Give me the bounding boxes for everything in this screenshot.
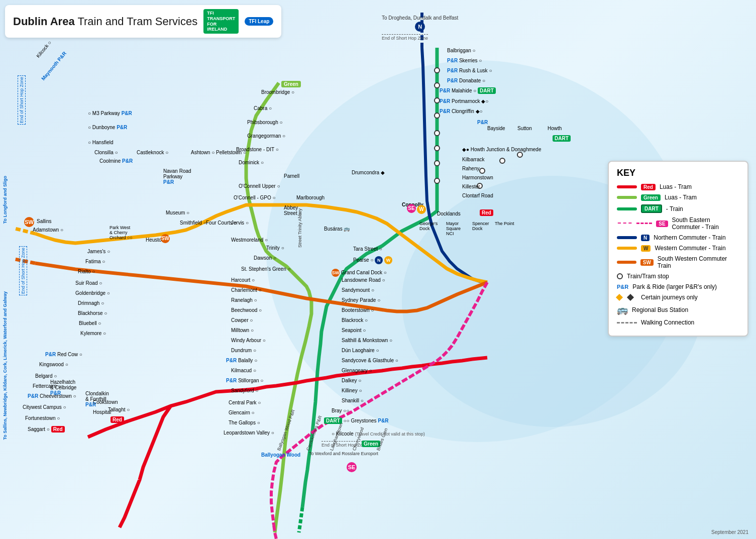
kilbarrack-label: Kilbarrack bbox=[462, 157, 484, 162]
balally-label: P&R Balally ○ bbox=[226, 358, 257, 363]
belgard-label: Belgard ○ bbox=[35, 373, 57, 379]
broombridge-label: Broombridge ○ bbox=[261, 89, 294, 95]
tallaght-label: Tallaght ○ bbox=[108, 407, 130, 412]
red-luas-label: Luas - Tram bbox=[660, 183, 692, 190]
parnell-label: Parnell bbox=[284, 173, 299, 179]
grand-canal-dock-label: SW Grand Canal Dock ○ bbox=[332, 269, 387, 277]
lansdowne-label: Lansdowne Road ○ bbox=[342, 277, 385, 283]
fatima-label: Fatima ○ bbox=[85, 259, 105, 264]
key-row-walking: Walking Connection bbox=[617, 319, 739, 326]
w-line bbox=[617, 247, 637, 250]
key-row-pr: P&R Park & Ride (larger P&R's only) bbox=[617, 283, 739, 290]
se-badge: SE bbox=[656, 221, 668, 227]
end-hop-west-label: End of Short Hop Zone bbox=[18, 75, 26, 125]
svg-point-11 bbox=[480, 168, 485, 173]
cowper-label: Cowper ○ bbox=[231, 317, 253, 323]
w-docklands-badge: W bbox=[417, 205, 426, 214]
goldenbridge-label: Goldenbridge ○ bbox=[75, 290, 110, 296]
saggart-label: Saggart ○ Red bbox=[28, 426, 65, 432]
charlemont-label: Charlemont ○ bbox=[231, 287, 262, 293]
rush-lusk-label: P&R Rush & Lusk ○ bbox=[447, 68, 492, 73]
key-row-stop: Train/Tram stop bbox=[617, 273, 739, 280]
svg-point-12 bbox=[500, 158, 505, 163]
ashtown-label: Ashtown ○ bbox=[191, 150, 214, 155]
fortunestown-label: Fortunestown ○ bbox=[25, 415, 60, 421]
svg-point-8 bbox=[435, 161, 440, 166]
dundrum-label: Dundrum ○ bbox=[231, 348, 256, 353]
suir-road-label: Suir Road ○ bbox=[75, 280, 102, 286]
shankill-label: Shankill ○ bbox=[342, 398, 364, 403]
end-hop-north-text: End of Short Hop Zone bbox=[382, 36, 428, 41]
key-row-diamond: Certain journeys only bbox=[617, 294, 739, 301]
howth-label: Howth bbox=[548, 126, 562, 131]
the-point-label: The Point bbox=[495, 221, 514, 226]
n-line bbox=[617, 236, 637, 239]
red-badge: Red bbox=[641, 184, 656, 190]
se-line bbox=[617, 223, 632, 225]
bayside-label: P&R bbox=[477, 120, 488, 125]
windy-arbour-label: Windy Arbour ○ bbox=[231, 338, 266, 343]
oconnell-gpo-label: O'Connell - GPO ○ bbox=[234, 195, 276, 200]
bayside-text: Bayside bbox=[487, 126, 505, 131]
clongriffin-label: P&R Clongriffin ◆○ bbox=[440, 109, 483, 114]
key-row-bus: 🚌 Regional Bus Station bbox=[617, 304, 739, 315]
citywest-label: Citywest Campus ○ bbox=[23, 404, 66, 410]
m3-parkway-label: ○ M3 Parkway P&R bbox=[88, 111, 132, 116]
sandymount-label: Sandymount ○ bbox=[342, 287, 374, 293]
killiney-label: Killiney ○ bbox=[342, 388, 362, 393]
hansfield-label: ○ Hansfield bbox=[88, 140, 114, 145]
dart-label: - Train bbox=[666, 205, 683, 212]
harcourt-label: Harcourt ○ bbox=[231, 277, 255, 283]
se-dashed-line bbox=[636, 223, 652, 225]
svg-point-2 bbox=[435, 68, 440, 73]
pearse-label: Pearse ○ N W bbox=[353, 256, 392, 264]
trinity-label: Trinity ○ bbox=[266, 245, 284, 251]
mayor-square-label: MayorSquareNCI bbox=[446, 221, 461, 236]
sydney-parade-label: Sydney Parade ○ bbox=[342, 297, 380, 303]
svg-point-7 bbox=[435, 146, 440, 151]
green-luas-label: Luas - Tram bbox=[665, 194, 697, 201]
sw-badge-left: SW bbox=[24, 217, 34, 227]
busaras-label: Busáras 🚌 bbox=[324, 226, 350, 232]
leap-logo: TFI Leap bbox=[245, 17, 273, 26]
stop-circle bbox=[617, 273, 623, 279]
sw-heuston-badge: SW bbox=[161, 234, 170, 243]
howth-junction-label: ◆● Howth Junction & Donaghmede bbox=[462, 147, 541, 152]
pr-desc: Park & Ride (larger P&R's only) bbox=[632, 283, 717, 290]
green-luas-line bbox=[617, 196, 637, 199]
green-badge: Green bbox=[641, 194, 661, 201]
svg-point-4 bbox=[435, 98, 440, 103]
jervis-label: Jervis ○ bbox=[231, 220, 249, 226]
red-tallaght-badge: Red bbox=[111, 417, 124, 422]
milltown-label: Milltown ○ bbox=[231, 328, 254, 333]
dart-line bbox=[617, 207, 637, 210]
se-connolly-badge: SE bbox=[407, 204, 416, 213]
sandyford-label: Sandyford ○ bbox=[231, 388, 258, 393]
key-row-green-luas: Green Luas - Tram bbox=[617, 194, 739, 201]
se-label: South Eastern Commuter - Train bbox=[672, 217, 739, 231]
harmonstown-label: Harmonstown bbox=[462, 175, 493, 180]
sallins-label: Sallins bbox=[37, 219, 51, 224]
date-label: September 2021 bbox=[711, 529, 748, 535]
killester-label: Killester bbox=[462, 184, 480, 189]
n-badge: N bbox=[641, 235, 650, 241]
svg-point-5 bbox=[435, 113, 440, 118]
ballyogan-wood-label: Ballyogan Wood bbox=[261, 452, 300, 458]
coolmine-label: Coolmine P&R bbox=[99, 158, 133, 164]
docklands-red-badge: Red bbox=[480, 210, 493, 215]
title-bold: Dublin Area bbox=[13, 15, 75, 28]
stop-label: Train/Tram stop bbox=[627, 273, 669, 280]
map-container: Dublin Area Train and Tram Services TFIT… bbox=[0, 0, 756, 539]
bus-icon: 🚌 bbox=[617, 304, 628, 315]
greystones-label: DART ○○ Greystones P&R bbox=[324, 418, 388, 423]
balbriggan-label: Balbriggan ○ bbox=[447, 48, 476, 53]
georges-dock-label: George'sDock bbox=[419, 221, 438, 231]
map-title: Dublin Area Train and Tram Services bbox=[13, 15, 197, 28]
walking-label: Walking Connection bbox=[641, 319, 694, 326]
svg-point-9 bbox=[435, 178, 440, 183]
raheny-label: Raheny bbox=[462, 166, 479, 171]
n-label: Northern Commuter - Train bbox=[654, 234, 725, 241]
bus-label: Regional Bus Station bbox=[632, 306, 688, 313]
street-trinity-abbey-label: Street Trinity Abbey bbox=[297, 208, 302, 248]
bluebell-label: Bluebell ○ bbox=[79, 320, 101, 326]
